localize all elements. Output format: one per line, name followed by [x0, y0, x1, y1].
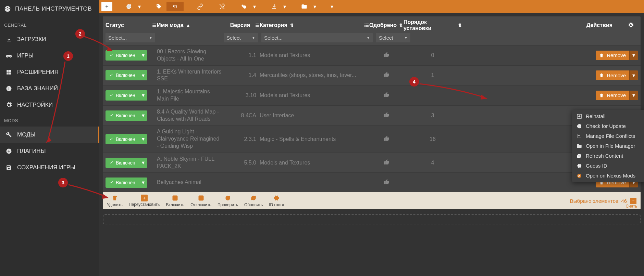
folder-icon: [576, 143, 582, 149]
folder-caret[interactable]: ▾: [312, 2, 318, 11]
footer-disable[interactable]: Отключить: [190, 194, 211, 207]
status-caret[interactable]: ▾: [139, 110, 147, 121]
undo-caret[interactable]: ▾: [251, 2, 258, 11]
import-caret[interactable]: ▾: [282, 2, 288, 11]
col-version[interactable]: Версия: [222, 22, 260, 28]
col-name[interactable]: Имя мода▲: [157, 22, 222, 28]
collapse-button[interactable]: −: [630, 198, 636, 204]
filter-status[interactable]: Select...▼: [106, 33, 155, 42]
refresh-caret[interactable]: ▾: [136, 2, 143, 11]
sidebar: ПАНЕЛЬ ИНСТРУМЕНТОВ GENERAL ЗАГРУЗКИ ИГР…: [0, 0, 99, 276]
table-row[interactable]: Включен ▾ 00 LRazors Glowing Objects - A…: [103, 45, 641, 65]
mod-endorsed[interactable]: [369, 52, 404, 59]
mod-endorsed[interactable]: [369, 179, 404, 186]
status-button[interactable]: Включен ▾: [106, 134, 147, 144]
refresh-icon: [224, 194, 232, 202]
menu-open-nexus[interactable]: Open on Nexus Mods: [572, 171, 644, 181]
menu-check-update[interactable]: Check for Update: [572, 121, 644, 131]
download-icon: [5, 36, 12, 43]
footer-check[interactable]: Проверить: [218, 194, 238, 207]
menu-conflicts[interactable]: Manage File Conflicts: [572, 131, 644, 141]
status-button[interactable]: Включен ▾: [106, 158, 147, 168]
filter-endorsed[interactable]: Select▼: [376, 33, 410, 42]
sidebar-item-label: ЗАГРУЗКИ: [17, 36, 46, 43]
status-button[interactable]: Включен ▾: [106, 70, 147, 80]
col-category[interactable]: Категория⇅: [260, 22, 369, 28]
tag-button[interactable]: [153, 2, 164, 11]
sidebar-item-plugins[interactable]: ПЛАГИНЫ: [0, 143, 99, 159]
remove-button[interactable]: Remove ▾: [596, 70, 638, 80]
filter-category[interactable]: Select...▼: [261, 33, 373, 42]
more-caret[interactable]: ▾: [329, 2, 335, 11]
footer-guest-id[interactable]: ID гостя: [269, 194, 284, 207]
drop-zone[interactable]: [103, 214, 641, 224]
sidebar-item-games[interactable]: ИГРЫ: [0, 48, 99, 64]
remove-button[interactable]: Remove ▾: [596, 51, 638, 60]
table-header: Статус Имя мода▲ Версия Категория⇅ Одобр…: [103, 16, 641, 33]
menu-file-manager[interactable]: Open in File Manager: [572, 141, 644, 151]
mod-name: 00 LRazors Glowing Objects - All In One: [157, 48, 222, 63]
sidebar-item-settings[interactable]: НАСТРОЙКИ: [0, 97, 99, 113]
menu-guess-id[interactable]: Guess ID: [572, 161, 644, 171]
table-row[interactable]: Включен ▾ A. Noble Skyrim - FULL PACK_2K…: [103, 153, 641, 173]
sidebar-item-mods[interactable]: МОДЫ: [0, 127, 99, 143]
remove-caret[interactable]: ▾: [629, 70, 638, 80]
menu-reinstall[interactable]: Reinstall: [572, 111, 644, 121]
remove-button[interactable]: Remove ▾: [596, 91, 638, 100]
tree-button[interactable]: [166, 2, 184, 11]
status-button[interactable]: Включен ▾: [106, 110, 147, 121]
footer-remove[interactable]: Удалить: [107, 194, 123, 207]
remove-caret[interactable]: ▾: [629, 91, 638, 100]
col-status[interactable]: Статус: [106, 22, 157, 28]
status-caret[interactable]: ▾: [139, 158, 147, 168]
list-icon: [254, 23, 260, 28]
refresh-button[interactable]: [123, 2, 134, 11]
status-caret[interactable]: ▾: [139, 50, 147, 61]
footer-enable[interactable]: Включить: [166, 194, 184, 207]
folder-button[interactable]: [299, 2, 310, 11]
sidebar-item-downloads[interactable]: ЗАГРУЗКИ: [0, 31, 99, 48]
deselect-link[interactable]: Снять: [626, 204, 637, 209]
add-button[interactable]: [101, 2, 112, 11]
table-row[interactable]: Включен ▾ 8.4 A Quality World Map - Clas…: [103, 105, 641, 126]
plus-icon: +: [141, 195, 148, 201]
nexus-icon: [576, 173, 582, 179]
status-caret[interactable]: ▾: [139, 70, 147, 80]
selected-count: Выбрано элементов: 46: [570, 198, 627, 204]
unlink-button[interactable]: [216, 2, 227, 11]
status-caret[interactable]: ▾: [139, 178, 147, 188]
selection-footer: Удалить +Переустановить Включить Отключи…: [103, 192, 641, 209]
mod-endorsed[interactable]: [369, 159, 404, 167]
menu-refresh[interactable]: Refresh Content: [572, 151, 644, 161]
status-button[interactable]: Включен ▾: [106, 50, 147, 61]
col-settings[interactable]: [628, 22, 638, 28]
status-button[interactable]: Включен ▾: [106, 90, 147, 101]
table-row[interactable]: Включен ▾ A Guiding Light - Clairvoyance…: [103, 125, 641, 152]
table-row[interactable]: Включен ▾ Bellyaches Animal Remove ▾: [103, 172, 641, 192]
status-caret[interactable]: ▾: [139, 90, 147, 101]
table-row[interactable]: Включен ▾ 1. Majestic Mountains Main Fil…: [103, 85, 641, 105]
filter-version[interactable]: Select▼: [224, 33, 258, 42]
link-button[interactable]: [195, 2, 206, 11]
footer-reinstall[interactable]: +Переустановить: [129, 195, 160, 207]
import-button[interactable]: [269, 2, 280, 11]
undo-button[interactable]: [238, 2, 249, 11]
mod-name: A. Noble Skyrim - FULL PACK_2K: [157, 156, 222, 170]
col-endorsed[interactable]: Одобрено⇅: [369, 22, 404, 28]
status-button[interactable]: Включен ▾: [106, 178, 147, 188]
sidebar-item-knowledge[interactable]: БАЗА ЗНАНИЙ: [0, 80, 99, 97]
refresh-icon: [576, 123, 582, 129]
mod-name: A Guiding Light - Clairvoyance Reimagine…: [157, 128, 222, 149]
table-row[interactable]: Включен ▾ 1. EEKs Whiterun Interiors SSE…: [103, 65, 641, 86]
mod-endorsed[interactable]: [369, 92, 404, 99]
remove-caret[interactable]: ▾: [629, 51, 638, 60]
mod-endorsed[interactable]: [369, 112, 404, 119]
footer-update[interactable]: Обновить: [244, 194, 263, 207]
status-caret[interactable]: ▾: [139, 134, 147, 144]
gear-icon: [5, 102, 12, 108]
sidebar-item-savegames[interactable]: СОХРАНЕНИЯ ИГРЫ: [0, 159, 99, 176]
sidebar-item-extensions[interactable]: РАСШИРЕНИЯ: [0, 64, 99, 80]
mod-endorsed[interactable]: [369, 71, 404, 79]
col-order[interactable]: Порядок установки⇅: [404, 19, 462, 31]
mod-endorsed[interactable]: [369, 135, 404, 143]
